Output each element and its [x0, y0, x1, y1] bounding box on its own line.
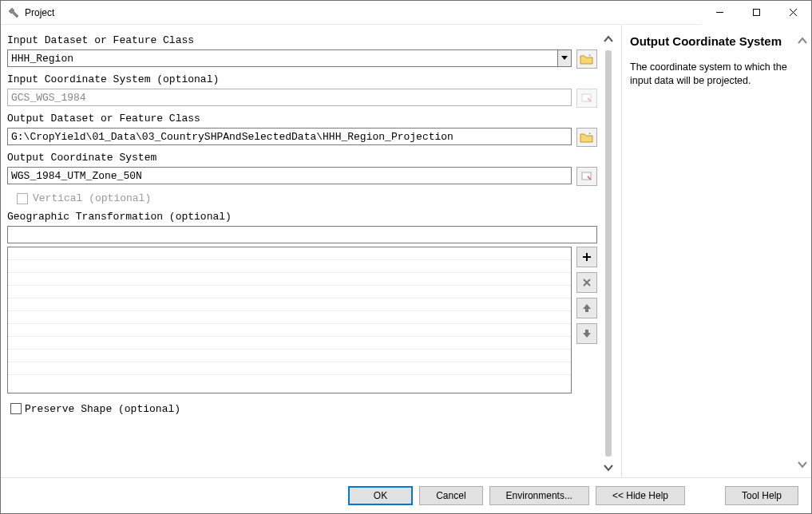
list-item[interactable]	[8, 286, 571, 299]
geo-trans-listbox[interactable]	[7, 247, 572, 393]
hide-help-button[interactable]: << Hide Help	[596, 486, 685, 505]
move-up-button[interactable]	[576, 298, 597, 318]
form-scrollbar[interactable]	[600, 31, 621, 474]
help-panel: Output Coordinate System The coordinate …	[621, 25, 811, 477]
add-button[interactable]	[576, 247, 597, 267]
output-cs-label: Output Coordinate System	[7, 148, 597, 165]
hammer-icon	[7, 6, 20, 19]
list-item[interactable]	[8, 247, 571, 260]
scroll-down-icon[interactable]	[602, 461, 615, 474]
move-down-button[interactable]	[576, 323, 597, 344]
title-bar: Project	[1, 1, 811, 25]
input-dataset-input[interactable]	[7, 49, 557, 67]
list-item[interactable]	[8, 299, 571, 311]
vertical-checkbox	[17, 193, 28, 204]
input-dataset-combo[interactable]	[7, 49, 572, 67]
list-item[interactable]	[8, 311, 571, 324]
remove-button[interactable]	[576, 272, 597, 293]
help-title: Output Coordinate System	[630, 34, 792, 49]
input-dataset-label: Input Dataset or Feature Class	[7, 31, 597, 48]
list-item[interactable]	[8, 362, 571, 375]
list-item[interactable]	[8, 260, 571, 273]
environments-button[interactable]: Environments...	[489, 486, 589, 505]
close-button[interactable]	[774, 1, 811, 25]
scroll-down-icon[interactable]	[796, 458, 809, 471]
preserve-shape-row: Preserve Shape (optional)	[7, 395, 597, 417]
list-item[interactable]	[8, 337, 571, 350]
tool-help-button[interactable]: Tool Help	[725, 486, 798, 505]
cancel-button[interactable]: Cancel	[419, 486, 482, 505]
maximize-button[interactable]	[738, 1, 774, 25]
scroll-up-icon[interactable]	[796, 34, 809, 47]
vertical-label: Vertical (optional)	[33, 192, 151, 204]
window-title: Project	[25, 7, 54, 18]
geo-trans-input[interactable]	[7, 226, 597, 243]
scroll-up-icon[interactable]	[602, 33, 615, 45]
help-scrollbar[interactable]	[795, 34, 810, 471]
form-panel: Input Dataset or Feature Class Input Coo…	[1, 25, 621, 477]
button-bar: OK Cancel Environments... << Hide Help T…	[1, 478, 811, 513]
input-cs-properties-button	[576, 89, 597, 108]
svg-rect-1	[753, 10, 759, 16]
list-item[interactable]	[8, 350, 571, 362]
list-item[interactable]	[8, 273, 571, 286]
input-cs-label: Input Coordinate System (optional)	[7, 70, 597, 87]
output-cs-properties-button[interactable]	[576, 167, 597, 186]
list-item[interactable]	[8, 324, 571, 337]
ok-button[interactable]: OK	[348, 486, 413, 505]
scrollbar-track[interactable]	[605, 50, 612, 457]
preserve-shape-label: Preserve Shape (optional)	[25, 400, 180, 417]
vertical-checkbox-row: Vertical (optional)	[7, 188, 597, 206]
browse-output-dataset-button[interactable]	[576, 128, 597, 147]
content-area: Input Dataset or Feature Class Input Coo…	[1, 25, 811, 478]
help-description: The coordinate system to which the input…	[630, 61, 792, 88]
input-cs-input	[7, 89, 572, 106]
geo-trans-label: Geographic Transformation (optional)	[7, 208, 597, 224]
minimize-button[interactable]	[701, 1, 738, 25]
browse-input-dataset-button[interactable]	[576, 49, 597, 69]
output-cs-input[interactable]	[7, 167, 572, 184]
output-dataset-label: Output Dataset or Feature Class	[7, 109, 597, 126]
output-dataset-input[interactable]	[7, 128, 572, 145]
preserve-shape-checkbox[interactable]	[10, 403, 22, 414]
dropdown-icon[interactable]	[557, 49, 572, 67]
